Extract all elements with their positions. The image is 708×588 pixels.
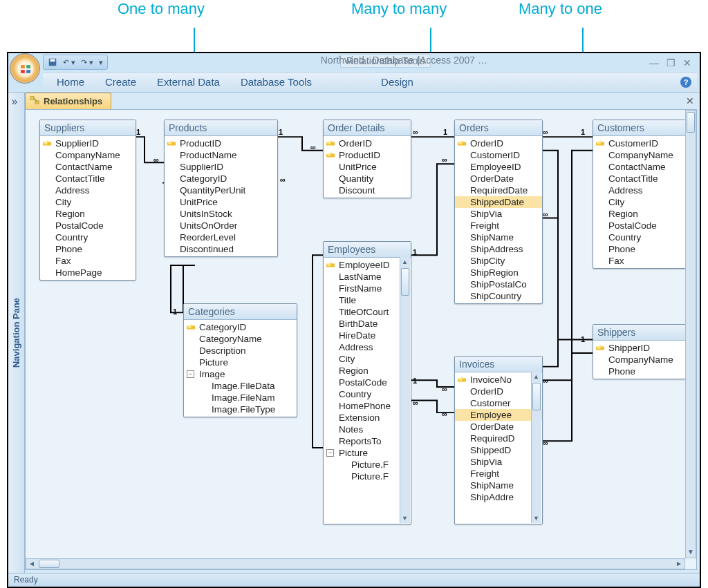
help-icon[interactable]: ? xyxy=(680,77,691,88)
field-item[interactable]: ContactTitle xyxy=(593,173,685,184)
vertical-scrollbar[interactable]: ▲ ▼ xyxy=(685,110,696,558)
tab-design[interactable]: Design xyxy=(381,76,413,88)
field-item[interactable]: Customer xyxy=(455,397,542,409)
tree-toggle-icon[interactable]: − xyxy=(326,449,334,457)
field-item[interactable]: Phone xyxy=(593,243,685,255)
field-item[interactable]: Region xyxy=(324,365,411,377)
scroll-down-icon[interactable]: ▼ xyxy=(686,547,696,557)
field-item[interactable]: Address xyxy=(40,184,136,196)
field-item[interactable]: TitleOfCourt xyxy=(324,306,411,318)
scroll-thumb[interactable] xyxy=(687,112,695,133)
tab-create[interactable]: Create xyxy=(105,76,136,88)
field-item[interactable]: PostalCode xyxy=(324,377,411,388)
field-item[interactable]: OrderID xyxy=(455,386,542,397)
field-item[interactable]: ShipRegion xyxy=(455,267,542,278)
undo-icon[interactable]: ↶ ▾ xyxy=(63,58,75,67)
field-item[interactable]: Employee xyxy=(455,409,542,421)
field-item[interactable]: Fax xyxy=(593,255,685,267)
field-item[interactable]: UnitPrice xyxy=(165,196,277,208)
field-item[interactable]: HomePage xyxy=(40,267,136,278)
field-item[interactable]: OrderDate xyxy=(455,421,542,433)
document-tab-relationships[interactable]: Relationships xyxy=(25,93,111,109)
field-item[interactable]: CompanyName xyxy=(593,149,685,161)
field-item[interactable]: Picture.F xyxy=(324,459,411,471)
table-header[interactable]: Products xyxy=(165,120,277,136)
table-header[interactable]: Employees xyxy=(324,242,411,258)
field-item[interactable]: SupplierID xyxy=(40,137,136,149)
table-header[interactable]: Customers xyxy=(593,120,685,136)
field-item[interactable]: Fax xyxy=(40,255,136,267)
table-shippers[interactable]: ShippersShipperIDCompanyNamePhone xyxy=(593,324,686,379)
field-item[interactable]: EmployeeID xyxy=(324,259,411,271)
table-customers[interactable]: CustomersCustomerIDCompanyNameContactNam… xyxy=(593,120,686,269)
table-invoices[interactable]: InvoicesInvoiceNoOrderIDCustomerEmployee… xyxy=(454,356,543,524)
field-item[interactable]: ShippedD xyxy=(455,444,542,456)
table-header[interactable]: Categories xyxy=(184,304,297,320)
field-item[interactable]: CompanyName xyxy=(40,149,136,161)
field-item[interactable]: PostalCode xyxy=(593,220,685,231)
field-item[interactable]: ShipName xyxy=(455,231,542,243)
field-item[interactable]: InvoiceNo xyxy=(455,374,542,386)
field-item[interactable]: ShipVia xyxy=(455,456,542,468)
field-item[interactable]: OrderID xyxy=(455,137,542,149)
table-categories[interactable]: CategoriesCategoryIDCategoryNameDescript… xyxy=(183,303,297,417)
field-item[interactable]: ProductName xyxy=(165,149,277,161)
scroll-left-icon[interactable]: ◄ xyxy=(27,559,37,569)
field-item[interactable]: Freight xyxy=(455,220,542,231)
tree-toggle-icon[interactable]: − xyxy=(187,370,194,378)
table-orders[interactable]: OrdersOrderIDCustomerIDEmployeeIDOrderDa… xyxy=(454,120,543,304)
field-item[interactable]: OrderDate xyxy=(455,173,542,184)
field-item[interactable]: ContactTitle xyxy=(40,173,136,184)
scroll-right-icon[interactable]: ► xyxy=(674,559,684,569)
tab-database-tools[interactable]: Database Tools xyxy=(241,76,312,88)
field-item[interactable]: Country xyxy=(324,388,411,400)
office-button[interactable] xyxy=(10,53,40,84)
field-item[interactable]: UnitsInStock xyxy=(165,208,277,220)
field-item[interactable]: RequiredD xyxy=(455,433,542,444)
field-item[interactable]: Description xyxy=(184,345,297,357)
field-item[interactable]: Country xyxy=(593,231,685,243)
field-item[interactable]: PostalCode xyxy=(40,220,136,231)
field-item[interactable]: ShipAddre xyxy=(455,491,542,503)
field-item[interactable]: Image.FileNam xyxy=(184,392,297,404)
field-item[interactable]: HomePhone xyxy=(324,400,411,412)
field-item[interactable]: ReorderLevel xyxy=(165,231,277,243)
table-suppliers[interactable]: SuppliersSupplierIDCompanyNameContactNam… xyxy=(39,120,136,281)
table-header[interactable]: Suppliers xyxy=(40,120,136,136)
restore-button[interactable]: ❐ xyxy=(664,57,678,67)
field-item[interactable]: Phone xyxy=(593,366,685,377)
redo-icon[interactable]: ↷ ▾ xyxy=(81,58,93,67)
field-item[interactable]: Freight xyxy=(455,468,542,480)
field-item[interactable]: EmployeeID xyxy=(455,161,542,173)
field-item[interactable]: Country xyxy=(40,231,136,243)
field-item[interactable]: UnitsOnOrder xyxy=(165,220,277,231)
field-item[interactable]: ProductID xyxy=(324,149,411,161)
field-item[interactable]: Image.FileData xyxy=(184,380,297,392)
field-item[interactable]: Region xyxy=(40,208,136,220)
field-item[interactable]: ShipCity xyxy=(455,255,542,267)
table-products[interactable]: ProductsProductIDProductNameSupplierIDCa… xyxy=(164,120,278,257)
field-item[interactable]: Picture− xyxy=(324,447,411,459)
field-item[interactable]: CustomerID xyxy=(593,137,685,149)
inner-scrollbar[interactable]: ▲▼ xyxy=(531,372,541,523)
chevron-right-icon[interactable]: » xyxy=(12,95,21,105)
horizontal-scrollbar[interactable]: ◄ ► xyxy=(26,558,685,569)
field-item[interactable]: Discount xyxy=(324,184,411,196)
field-item[interactable]: Picture xyxy=(184,357,297,368)
table-employees[interactable]: EmployeesEmployeeIDLastNameFirstNameTitl… xyxy=(323,241,411,524)
field-item[interactable]: Region xyxy=(593,208,685,220)
inner-scrollbar[interactable]: ▲▼ xyxy=(400,257,410,523)
table-header[interactable]: Shippers xyxy=(593,325,685,341)
field-item[interactable]: Image.FileType xyxy=(184,404,297,415)
field-item[interactable]: CategoryID xyxy=(184,321,297,333)
table-header[interactable]: Invoices xyxy=(455,357,542,372)
field-item[interactable]: HireDate xyxy=(324,330,411,341)
field-item[interactable]: UnitPrice xyxy=(324,161,411,173)
field-item[interactable]: ShipPostalCo xyxy=(455,278,542,290)
field-item[interactable]: CategoryID xyxy=(165,173,277,184)
field-item[interactable]: ShipVia xyxy=(455,208,542,220)
field-item[interactable]: City xyxy=(324,353,411,365)
field-item[interactable]: ProductID xyxy=(165,137,277,149)
relationships-canvas[interactable]: 1 ∞ 1 ∞ ∞ 1 1 ∞ ∞ 1 ∞ 1 1 ∞ 1 ∞ ∞ ∞ ∞ ∞ … xyxy=(25,109,697,570)
field-item[interactable]: ContactName xyxy=(40,161,136,173)
